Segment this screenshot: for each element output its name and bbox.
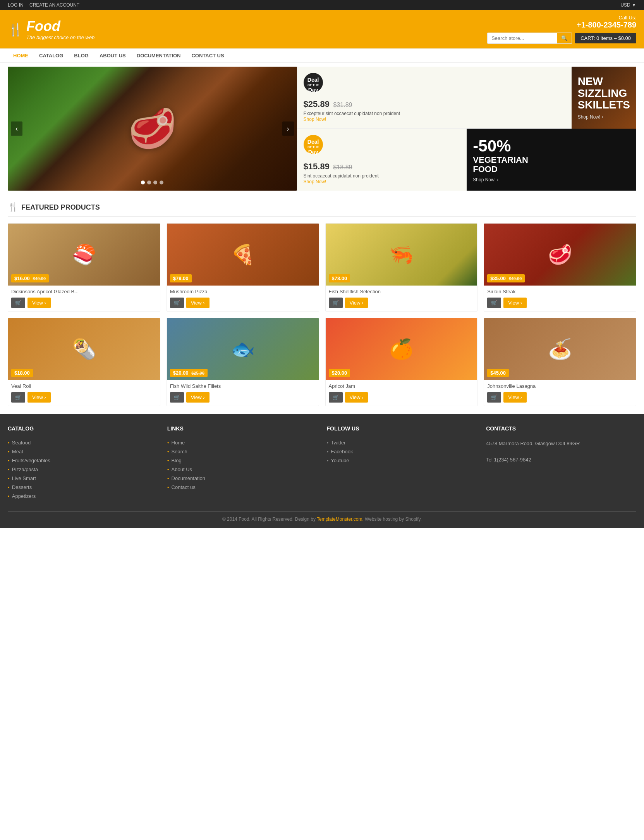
nav-item-about[interactable]: ABOUT US — [94, 49, 131, 62]
add-to-cart-button-3[interactable]: 🛒 — [487, 298, 501, 308]
footer-follow: FOLLOW US ●Twitter●Facebook●Youtube — [327, 425, 477, 502]
catalog-link-6[interactable]: Appetizers — [12, 493, 36, 499]
product-info-1: Mushroom Pizza 🛒 View › — [167, 286, 319, 311]
add-to-cart-button-6[interactable]: 🛒 — [329, 392, 343, 403]
promo-veg-shop-link[interactable]: Shop Now! › — [473, 177, 498, 182]
product-price-old-3: $40.00 — [509, 276, 522, 281]
logo-text: Food The biggest choice on the web — [26, 18, 94, 40]
nav-item-blog[interactable]: BLOG — [69, 49, 94, 62]
footer-link-4[interactable]: Documentation — [172, 475, 205, 481]
product-price-badge-6: $20.00 — [329, 369, 350, 377]
link-bullet-3: ● — [167, 468, 169, 471]
view-button-6[interactable]: View › — [345, 392, 368, 403]
promo-skillets-shop[interactable]: Shop Now! › — [578, 114, 630, 120]
nav-item-docs[interactable]: DOCUMENTATION — [131, 49, 186, 62]
promo-vegetarian: -50% VEGETARIAN FOOD Shop Now! › — [467, 129, 636, 191]
deal-box-2: Deal OF THE Day $15.89 $18.89 Sint occae… — [297, 129, 467, 191]
footer-link-3[interactable]: About Us — [172, 466, 192, 472]
top-bar: LOG IN CREATE AN ACCOUNT USD ▼ — [0, 0, 644, 10]
dot-4[interactable] — [160, 181, 163, 184]
nav-link-about[interactable]: ABOUT US — [94, 49, 131, 62]
nav-list: HOME CATALOG BLOG ABOUT US DOCUMENTATION… — [8, 49, 636, 62]
phone-label: Call Us: — [577, 15, 636, 21]
hero-prev-button[interactable]: ‹ — [11, 122, 22, 136]
product-image-4: 🌯 $18.00 — [8, 318, 160, 380]
dot-1[interactable] — [141, 181, 145, 184]
follow-link-0[interactable]: Twitter — [331, 440, 345, 446]
add-to-cart-button-5[interactable]: 🛒 — [170, 392, 184, 403]
product-price-badge-2: $78.00 — [329, 274, 350, 282]
create-account-link[interactable]: CREATE AN ACCOUNT — [29, 2, 79, 8]
hero-section: 🥩 ‹ › Deal OF THE Day $25.89 $31.89 — [8, 67, 636, 191]
follow-link-1[interactable]: Facebook — [331, 449, 353, 454]
promo-skillets-shop-link[interactable]: Shop Now! › — [578, 114, 603, 120]
nav-item-home[interactable]: HOME — [8, 49, 34, 62]
footer-link-5[interactable]: Contact us — [172, 484, 196, 490]
view-button-1[interactable]: View › — [186, 298, 210, 308]
deal-1-shop-now[interactable]: Shop Now! — [304, 117, 326, 122]
search-button[interactable]: 🔍 — [557, 33, 572, 43]
view-button-2[interactable]: View › — [345, 298, 368, 308]
catalog-link-0[interactable]: Seafood — [12, 440, 31, 446]
nav-link-catalog[interactable]: CATALOG — [34, 49, 69, 62]
catalog-link-3[interactable]: Pizza/pasta — [12, 466, 38, 472]
product-info-0: Dickinsons Apricot Glazed B... 🛒 View › — [8, 286, 160, 311]
product-actions-6: 🛒 View › — [329, 392, 474, 403]
follow-bullet-0: ● — [327, 441, 329, 444]
view-button-3[interactable]: View › — [503, 298, 527, 308]
dot-2[interactable] — [147, 181, 151, 184]
add-to-cart-button-4[interactable]: 🛒 — [11, 392, 25, 403]
view-button-7[interactable]: View › — [503, 392, 527, 403]
footer-link-0[interactable]: Home — [172, 440, 185, 446]
view-button-0[interactable]: View › — [27, 298, 51, 308]
catalog-link-1[interactable]: Meat — [12, 449, 23, 454]
currency-selector[interactable]: USD ▼ — [620, 2, 636, 8]
product-info-4: Veal Roll 🛒 View › — [8, 380, 160, 406]
view-button-4[interactable]: View › — [27, 392, 51, 403]
nav-link-contact[interactable]: CONTACT US — [186, 49, 229, 62]
link-item-2: ●Blog — [167, 458, 318, 463]
login-link[interactable]: LOG IN — [8, 2, 24, 8]
link-bullet-4: ● — [167, 477, 169, 480]
catalog-link-5[interactable]: Desserts — [12, 484, 32, 490]
add-to-cart-button-1[interactable]: 🛒 — [170, 298, 184, 308]
add-to-cart-button-7[interactable]: 🛒 — [487, 392, 501, 403]
header: 🍴 Food The biggest choice on the web Cal… — [0, 10, 644, 48]
follow-link-2[interactable]: Youtube — [331, 458, 349, 463]
catalog-link-2[interactable]: Fruits/vegetables — [12, 458, 50, 463]
footer-address: 4578 Marmora Road, Glasgow D04 89GR Tel … — [486, 440, 636, 464]
nav-link-home[interactable]: HOME — [8, 49, 34, 62]
deal-2-shop-now[interactable]: Shop Now! — [304, 179, 326, 184]
search-input[interactable] — [488, 33, 557, 43]
deal-badge-2-line2: OF THE — [304, 145, 323, 149]
cart-button[interactable]: CART: 0 items – $0.00 — [575, 33, 636, 43]
nav-item-catalog[interactable]: CATALOG — [34, 49, 69, 62]
product-card-1: 🍕 $79.00 Mushroom Pizza 🛒 View › — [167, 223, 319, 312]
nav-link-docs[interactable]: DOCUMENTATION — [131, 49, 186, 62]
view-button-5[interactable]: View › — [186, 392, 210, 403]
add-to-cart-button-0[interactable]: 🛒 — [11, 298, 25, 308]
nav-item-contact[interactable]: CONTACT US — [186, 49, 229, 62]
footer-link-2[interactable]: Blog — [172, 458, 182, 463]
dot-3[interactable] — [153, 181, 157, 184]
catalog-link-4[interactable]: Live Smart — [12, 475, 36, 481]
promo-veg-shop[interactable]: Shop Now! › — [473, 177, 630, 182]
section-title-text: FEATURED PRODUCTS — [21, 203, 100, 212]
product-actions-4: 🛒 View › — [11, 392, 157, 403]
hero-background-image: 🥩 — [8, 67, 297, 191]
nav-link-blog[interactable]: BLOG — [69, 49, 94, 62]
product-info-6: Apricot Jam 🛒 View › — [326, 380, 477, 406]
deal-box-1: Deal OF THE Day $25.89 $31.89 Excepteur … — [297, 67, 572, 129]
hero-next-button[interactable]: › — [282, 122, 294, 136]
phone-area: Call Us: +1-800-2345-789 — [577, 15, 636, 29]
catalog-bullet-5: ● — [8, 485, 10, 489]
footer-bottom: © 2014 Food. All Rights Reserved. Design… — [8, 511, 636, 522]
product-card-6: 🍊 $20.00 Apricot Jam 🛒 View › — [325, 318, 478, 406]
footer: CATALOG ●Seafood●Meat●Fruits/vegetables●… — [0, 414, 644, 528]
add-to-cart-button-2[interactable]: 🛒 — [329, 298, 343, 308]
search-box: 🔍 — [487, 33, 572, 44]
template-monster-link[interactable]: TemplateMonster.com. — [317, 516, 364, 522]
follow-item-2: ●Youtube — [327, 458, 477, 463]
footer-link-1[interactable]: Search — [172, 449, 187, 454]
link-item-5: ●Contact us — [167, 484, 318, 490]
